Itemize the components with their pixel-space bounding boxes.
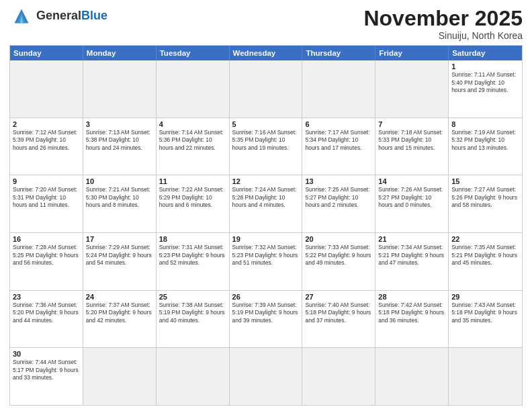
header: GeneralBlue November 2025 Sinuiju, North… — [9, 7, 523, 41]
logo: GeneralBlue — [9, 7, 107, 26]
day-number: 3 — [86, 120, 153, 128]
day-info: Sunrise: 7:44 AM Sunset: 5:17 PM Dayligh… — [13, 359, 80, 381]
calendar-week-5: 23Sunrise: 7:36 AM Sunset: 5:20 PM Dayli… — [10, 290, 522, 348]
day-number: 25 — [159, 293, 226, 301]
calendar-day-28: 28Sunrise: 7:42 AM Sunset: 5:18 PM Dayli… — [375, 291, 449, 348]
day-info: Sunrise: 7:42 AM Sunset: 5:18 PM Dayligh… — [378, 302, 445, 324]
day-number: 6 — [305, 120, 372, 128]
calendar-day-22: 22Sunrise: 7:35 AM Sunset: 5:21 PM Dayli… — [449, 233, 522, 290]
day-info: Sunrise: 7:29 AM Sunset: 5:24 PM Dayligh… — [86, 244, 153, 267]
day-number: 7 — [378, 120, 445, 128]
day-info: Sunrise: 7:31 AM Sunset: 5:23 PM Dayligh… — [159, 244, 226, 267]
calendar-week-2: 2Sunrise: 7:12 AM Sunset: 5:39 PM Daylig… — [10, 118, 522, 175]
calendar-day-19: 19Sunrise: 7:32 AM Sunset: 5:23 PM Dayli… — [230, 233, 303, 290]
day-number: 15 — [451, 177, 519, 185]
day-info: Sunrise: 7:33 AM Sunset: 5:22 PM Dayligh… — [305, 244, 372, 267]
day-info: Sunrise: 7:22 AM Sunset: 5:29 PM Dayligh… — [159, 186, 226, 209]
logo-icon — [9, 7, 34, 26]
calendar-week-1: 1Sunrise: 7:11 AM Sunset: 5:40 PM Daylig… — [10, 60, 522, 118]
day-info: Sunrise: 7:18 AM Sunset: 5:33 PM Dayligh… — [378, 129, 445, 152]
day-info: Sunrise: 7:36 AM Sunset: 5:20 PM Dayligh… — [13, 302, 80, 324]
calendar-day-3: 3Sunrise: 7:13 AM Sunset: 5:38 PM Daylig… — [83, 118, 157, 175]
calendar-day-13: 13Sunrise: 7:25 AM Sunset: 5:27 PM Dayli… — [302, 175, 375, 232]
header-day-saturday: Saturday — [449, 46, 522, 60]
calendar-day-20: 20Sunrise: 7:33 AM Sunset: 5:22 PM Dayli… — [302, 233, 375, 290]
day-number: 24 — [86, 293, 153, 301]
day-info: Sunrise: 7:32 AM Sunset: 5:23 PM Dayligh… — [232, 244, 300, 267]
calendar-week-6: 30Sunrise: 7:44 AM Sunset: 5:17 PM Dayli… — [10, 347, 522, 405]
day-info: Sunrise: 7:35 AM Sunset: 5:21 PM Dayligh… — [451, 244, 519, 267]
calendar-day-empty — [375, 60, 449, 118]
day-info: Sunrise: 7:25 AM Sunset: 5:27 PM Dayligh… — [305, 186, 372, 209]
day-info: Sunrise: 7:13 AM Sunset: 5:38 PM Dayligh… — [86, 129, 153, 152]
calendar-day-15: 15Sunrise: 7:27 AM Sunset: 5:26 PM Dayli… — [449, 175, 522, 232]
calendar-day-25: 25Sunrise: 7:38 AM Sunset: 5:19 PM Dayli… — [157, 291, 230, 348]
calendar-day-empty — [157, 60, 230, 118]
day-info: Sunrise: 7:40 AM Sunset: 5:18 PM Dayligh… — [305, 302, 372, 324]
calendar-day-empty — [449, 348, 522, 405]
calendar: SundayMondayTuesdayWednesdayThursdayFrid… — [9, 45, 523, 406]
day-info: Sunrise: 7:37 AM Sunset: 5:20 PM Dayligh… — [86, 302, 153, 324]
day-number: 1 — [451, 62, 519, 71]
day-info: Sunrise: 7:21 AM Sunset: 5:30 PM Dayligh… — [86, 186, 153, 209]
day-info: Sunrise: 7:17 AM Sunset: 5:34 PM Dayligh… — [305, 129, 372, 152]
day-number: 30 — [13, 350, 80, 358]
day-number: 18 — [159, 235, 226, 243]
header-day-friday: Friday — [375, 46, 449, 60]
day-info: Sunrise: 7:14 AM Sunset: 5:36 PM Dayligh… — [159, 129, 226, 152]
calendar-header-row: SundayMondayTuesdayWednesdayThursdayFrid… — [10, 46, 522, 60]
calendar-body: 1Sunrise: 7:11 AM Sunset: 5:40 PM Daylig… — [10, 60, 522, 405]
day-number: 27 — [305, 293, 372, 301]
day-number: 13 — [305, 177, 372, 185]
day-info: Sunrise: 7:19 AM Sunset: 5:32 PM Dayligh… — [451, 129, 519, 152]
day-number: 20 — [305, 235, 372, 243]
calendar-day-empty — [230, 60, 303, 118]
page: GeneralBlue November 2025 Sinuiju, North… — [0, 0, 532, 411]
calendar-day-empty — [10, 60, 83, 118]
calendar-day-5: 5Sunrise: 7:16 AM Sunset: 5:35 PM Daylig… — [230, 118, 303, 175]
calendar-day-10: 10Sunrise: 7:21 AM Sunset: 5:30 PM Dayli… — [83, 175, 157, 232]
day-number: 4 — [159, 120, 226, 128]
day-number: 14 — [378, 177, 445, 185]
day-info: Sunrise: 7:34 AM Sunset: 5:21 PM Dayligh… — [378, 244, 445, 267]
day-number: 9 — [13, 177, 80, 185]
calendar-week-3: 9Sunrise: 7:20 AM Sunset: 5:31 PM Daylig… — [10, 175, 522, 232]
header-day-thursday: Thursday — [302, 46, 375, 60]
calendar-day-29: 29Sunrise: 7:43 AM Sunset: 5:18 PM Dayli… — [449, 291, 522, 348]
calendar-day-empty — [83, 348, 157, 405]
calendar-day-17: 17Sunrise: 7:29 AM Sunset: 5:24 PM Dayli… — [83, 233, 157, 290]
day-info: Sunrise: 7:16 AM Sunset: 5:35 PM Dayligh… — [232, 129, 300, 152]
month-title: November 2025 — [363, 7, 523, 30]
day-number: 22 — [451, 235, 519, 243]
calendar-day-1: 1Sunrise: 7:11 AM Sunset: 5:40 PM Daylig… — [449, 60, 522, 118]
calendar-day-11: 11Sunrise: 7:22 AM Sunset: 5:29 PM Dayli… — [157, 175, 230, 232]
calendar-day-empty — [302, 348, 375, 405]
calendar-day-27: 27Sunrise: 7:40 AM Sunset: 5:18 PM Dayli… — [302, 291, 375, 348]
day-info: Sunrise: 7:20 AM Sunset: 5:31 PM Dayligh… — [13, 186, 80, 209]
calendar-day-2: 2Sunrise: 7:12 AM Sunset: 5:39 PM Daylig… — [10, 118, 83, 175]
calendar-day-empty — [230, 348, 303, 405]
day-number: 2 — [13, 120, 80, 128]
logo-text: GeneralBlue — [36, 9, 107, 23]
calendar-day-21: 21Sunrise: 7:34 AM Sunset: 5:21 PM Dayli… — [375, 233, 449, 290]
calendar-day-12: 12Sunrise: 7:24 AM Sunset: 5:28 PM Dayli… — [230, 175, 303, 232]
header-day-sunday: Sunday — [10, 46, 83, 60]
day-number: 11 — [159, 177, 226, 185]
calendar-day-empty — [302, 60, 375, 118]
logo-blue: Blue — [81, 9, 107, 22]
title-block: November 2025 Sinuiju, North Korea — [363, 7, 523, 41]
day-info: Sunrise: 7:38 AM Sunset: 5:19 PM Dayligh… — [159, 302, 226, 324]
location: Sinuiju, North Korea — [363, 30, 523, 41]
calendar-day-30: 30Sunrise: 7:44 AM Sunset: 5:17 PM Dayli… — [10, 348, 83, 405]
calendar-day-26: 26Sunrise: 7:39 AM Sunset: 5:19 PM Dayli… — [230, 291, 303, 348]
day-number: 19 — [232, 235, 300, 243]
day-info: Sunrise: 7:28 AM Sunset: 5:25 PM Dayligh… — [13, 244, 80, 267]
logo-general: General — [36, 9, 81, 22]
day-info: Sunrise: 7:27 AM Sunset: 5:26 PM Dayligh… — [451, 186, 519, 209]
calendar-day-23: 23Sunrise: 7:36 AM Sunset: 5:20 PM Dayli… — [10, 291, 83, 348]
day-number: 10 — [86, 177, 153, 185]
day-number: 26 — [232, 293, 300, 301]
calendar-day-empty — [83, 60, 157, 118]
day-info: Sunrise: 7:11 AM Sunset: 5:40 PM Dayligh… — [451, 71, 519, 94]
calendar-day-8: 8Sunrise: 7:19 AM Sunset: 5:32 PM Daylig… — [449, 118, 522, 175]
